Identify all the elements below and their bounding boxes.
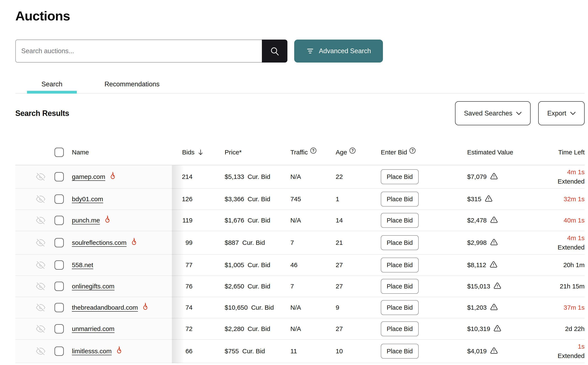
hide-listing-eye-off-icon[interactable] — [36, 260, 45, 270]
table-row: bdy01.com 126 $3,366 Cur. Bid 745 1 Plac… — [15, 189, 585, 210]
price-value: $1,676 — [225, 217, 244, 224]
time-left-value: 4m 1s — [540, 167, 585, 177]
column-header-traffic: Traffic — [290, 149, 308, 156]
hot-auction-flame-icon — [109, 171, 117, 180]
hide-listing-eye-off-icon[interactable] — [36, 324, 45, 334]
price-suffix: Cur. Bid — [248, 261, 270, 269]
select-all-checkbox[interactable] — [55, 147, 64, 157]
row-checkbox[interactable] — [55, 346, 64, 356]
table-row: onlinegifts.com 76 $2,650 Cur. Bid 7 27 … — [15, 276, 585, 297]
domain-link[interactable]: bdy01.com — [72, 196, 103, 203]
domain-link[interactable]: thebreadandboard.com — [72, 304, 138, 311]
tab-recommendations[interactable]: Recommendations — [90, 80, 174, 93]
place-bid-button[interactable]: Place Bid — [381, 344, 419, 359]
saved-searches-button[interactable]: Saved Searches — [455, 101, 531, 125]
export-button[interactable]: Export — [538, 101, 585, 125]
place-bid-button[interactable]: Place Bid — [381, 321, 419, 336]
row-checkbox[interactable] — [55, 282, 64, 291]
tab-search[interactable]: Search — [27, 80, 77, 93]
bids-value: 76 — [172, 283, 225, 290]
table-row: limitlesss.com 66 $755 Cur. Bid 11 10 Pl… — [15, 340, 585, 363]
search-input[interactable] — [15, 40, 262, 63]
domain-link[interactable]: soulreflections.com — [72, 239, 126, 246]
estimate-warning-icon[interactable] — [494, 325, 501, 332]
price-suffix: Cur. Bid — [248, 173, 270, 180]
bids-value: 126 — [172, 196, 225, 203]
row-checkbox[interactable] — [55, 324, 64, 334]
age-help-icon[interactable]: ? — [350, 147, 356, 154]
domain-link[interactable]: unmarried.com — [72, 325, 114, 332]
time-left-value: 37m 1s — [540, 303, 585, 312]
estimate-warning-icon[interactable] — [490, 239, 498, 246]
table-row: soulreflections.com 99 $887 Cur. Bid 7 2… — [15, 231, 585, 255]
advanced-search-label: Advanced Search — [319, 47, 371, 55]
age-value: 10 — [336, 348, 381, 355]
place-bid-button[interactable]: Place Bid — [381, 235, 419, 250]
estimate-warning-icon[interactable] — [490, 261, 497, 268]
hot-auction-flame-icon — [103, 215, 112, 224]
domain-link[interactable]: onlinegifts.com — [72, 283, 114, 290]
place-bid-button[interactable]: Place Bid — [381, 279, 419, 294]
place-bid-button[interactable]: Place Bid — [381, 192, 419, 207]
age-value: 9 — [336, 304, 381, 311]
domain-link[interactable]: limitlesss.com — [72, 348, 112, 355]
traffic-value: 7 — [290, 283, 336, 290]
time-left-value: 4m 1s — [540, 233, 585, 243]
table-row: thebreadandboard.com 74 $10,650 Cur. Bid… — [15, 297, 585, 318]
age-value: 22 — [336, 173, 381, 180]
estimated-value: $7,079 — [467, 173, 487, 180]
estimate-warning-icon[interactable] — [490, 303, 498, 311]
time-left-value: 21h 15m — [540, 282, 585, 291]
hide-listing-eye-off-icon[interactable] — [36, 194, 45, 204]
hide-listing-eye-off-icon[interactable] — [36, 282, 45, 291]
column-header-bids[interactable]: Bids — [172, 149, 225, 156]
advanced-search-button[interactable]: Advanced Search — [294, 40, 383, 63]
estimated-value: $8,112 — [467, 261, 486, 269]
traffic-value: N/A — [290, 304, 336, 311]
age-value: 14 — [336, 217, 381, 224]
traffic-help-icon[interactable]: ? — [310, 147, 316, 154]
hot-auction-flame-icon — [130, 237, 138, 246]
place-bid-button[interactable]: Place Bid — [381, 169, 419, 184]
place-bid-button[interactable]: Place Bid — [381, 300, 419, 315]
hide-listing-eye-off-icon[interactable] — [36, 303, 45, 312]
domain-link[interactable]: punch.me — [72, 217, 100, 224]
bids-value: 77 — [172, 261, 225, 269]
export-label: Export — [547, 110, 566, 117]
price-value: $887 — [225, 239, 239, 246]
row-checkbox[interactable] — [55, 260, 64, 270]
bids-value: 214 — [172, 173, 225, 180]
domain-link[interactable]: 558.net — [72, 261, 93, 269]
hide-listing-eye-off-icon[interactable] — [36, 238, 45, 247]
estimate-warning-icon[interactable] — [490, 347, 498, 354]
row-checkbox[interactable] — [55, 238, 64, 247]
age-value: 27 — [336, 325, 381, 332]
results-table-body: gamep.com 214 $5,133 Cur. Bid N/A 22 Pla… — [15, 165, 585, 363]
time-left-extended-label: Extended — [540, 243, 585, 252]
search-button[interactable] — [262, 40, 287, 63]
bids-value: 99 — [172, 239, 225, 246]
column-header-time-left: Time Left — [540, 149, 585, 156]
price-suffix: Cur. Bid — [251, 304, 274, 311]
hide-listing-eye-off-icon[interactable] — [36, 172, 45, 182]
search-results-heading: Search Results — [15, 109, 69, 118]
row-checkbox[interactable] — [55, 194, 64, 204]
chevron-down-icon — [516, 112, 522, 115]
estimate-warning-icon[interactable] — [490, 173, 498, 180]
filter-icon — [306, 47, 314, 55]
hide-listing-eye-off-icon[interactable] — [36, 346, 45, 356]
row-checkbox[interactable] — [55, 216, 64, 225]
enter-bid-help-icon[interactable]: ? — [410, 147, 415, 154]
page-title: Auctions — [15, 9, 585, 22]
place-bid-button[interactable]: Place Bid — [381, 258, 419, 273]
estimate-warning-icon[interactable] — [494, 282, 501, 289]
row-checkbox[interactable] — [55, 172, 64, 182]
place-bid-button[interactable]: Place Bid — [381, 213, 419, 228]
estimate-warning-icon[interactable] — [490, 216, 498, 224]
traffic-value: 745 — [290, 196, 336, 203]
hide-listing-eye-off-icon[interactable] — [36, 216, 45, 225]
estimate-warning-icon[interactable] — [485, 195, 492, 202]
row-checkbox[interactable] — [55, 303, 64, 312]
domain-link[interactable]: gamep.com — [72, 173, 105, 180]
bids-value: 119 — [172, 217, 225, 224]
